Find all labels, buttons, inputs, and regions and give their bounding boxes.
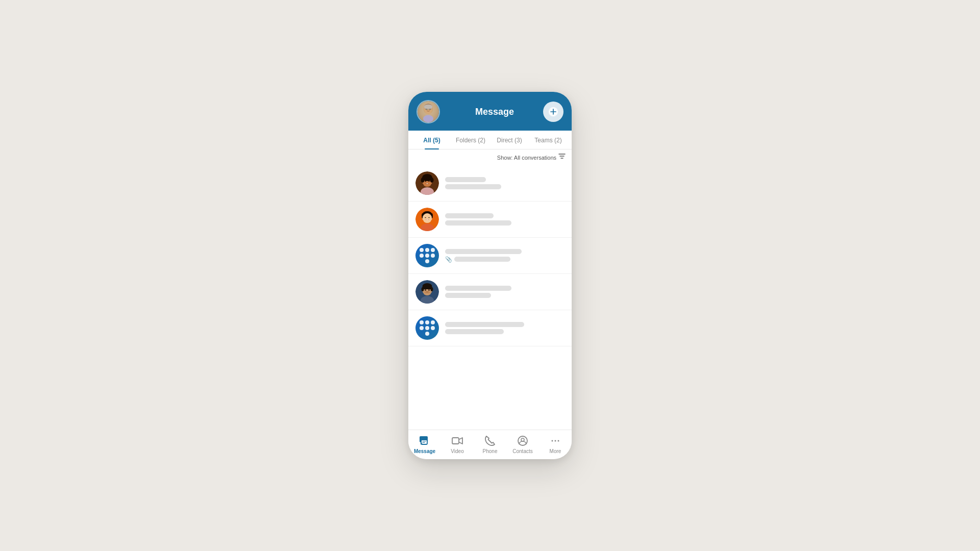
tab-teams[interactable]: Teams (2) <box>529 131 568 149</box>
conversation-content <box>445 213 565 226</box>
app-dots-grid <box>420 320 435 336</box>
avatar <box>415 171 439 195</box>
tab-direct[interactable]: Direct (3) <box>490 131 529 149</box>
contact-name <box>445 322 524 327</box>
message-preview <box>454 257 510 262</box>
message-preview <box>445 293 491 298</box>
message-icon <box>418 434 431 447</box>
nav-phone-label: Phone <box>483 448 498 454</box>
conversation-content <box>445 322 565 334</box>
avatar <box>415 280 439 304</box>
contact-name <box>445 177 486 182</box>
nav-phone[interactable]: Phone <box>474 434 506 454</box>
svg-rect-49 <box>421 440 427 444</box>
svg-point-11 <box>423 115 433 122</box>
nav-video[interactable]: Video <box>441 434 474 454</box>
svg-rect-52 <box>452 438 459 444</box>
svg-point-43 <box>431 287 433 291</box>
conversation-item[interactable] <box>408 274 572 310</box>
contact-name <box>445 213 494 218</box>
nav-message[interactable]: Message <box>408 434 441 454</box>
more-icon <box>549 434 562 447</box>
contact-name <box>445 249 522 254</box>
conversation-content: 📎 <box>445 249 565 263</box>
filter-icon[interactable] <box>558 154 566 161</box>
filter-row: Show: All conversations <box>408 149 572 165</box>
nav-contacts-label: Contacts <box>512 448 532 454</box>
header-title: Message <box>446 107 543 117</box>
svg-point-56 <box>555 440 556 442</box>
conversation-item[interactable] <box>408 165 572 202</box>
tab-all[interactable]: All (5) <box>412 131 451 149</box>
nav-message-label: Message <box>414 448 435 454</box>
tab-folders[interactable]: Folders (2) <box>451 131 490 149</box>
contacts-icon <box>516 434 529 447</box>
svg-point-32 <box>424 219 431 223</box>
svg-point-57 <box>558 440 559 442</box>
conversation-content <box>445 177 565 189</box>
svg-point-3 <box>425 110 432 114</box>
avatar <box>415 244 439 267</box>
svg-point-23 <box>421 178 425 183</box>
header: Message <box>408 92 572 131</box>
avatar <box>415 316 439 340</box>
add-conversation-button[interactable] <box>543 102 564 122</box>
bottom-navigation: Message Video Phone <box>408 430 572 459</box>
message-preview <box>445 329 504 334</box>
tabs-bar: All (5) Folders (2) Direct (3) Teams (2) <box>408 131 572 149</box>
plus-icon <box>548 107 558 117</box>
svg-point-10 <box>424 106 432 109</box>
message-preview <box>445 220 511 226</box>
svg-point-55 <box>552 440 553 442</box>
app-dots-grid <box>420 248 435 263</box>
phone-icon <box>483 434 497 447</box>
svg-point-45 <box>428 289 430 291</box>
avatar <box>415 208 439 231</box>
conversation-item[interactable]: 📎 <box>408 238 572 274</box>
svg-point-44 <box>425 289 426 291</box>
svg-point-54 <box>521 438 524 441</box>
conversation-item[interactable] <box>408 202 572 238</box>
filter-label: Show: All conversations <box>497 155 556 161</box>
video-icon <box>451 434 464 447</box>
user-avatar[interactable] <box>416 100 440 123</box>
svg-point-42 <box>422 287 424 291</box>
nav-contacts[interactable]: Contacts <box>506 434 539 454</box>
conversation-content <box>445 286 565 298</box>
svg-point-33 <box>425 217 426 218</box>
svg-point-19 <box>424 183 431 187</box>
svg-point-24 <box>430 178 434 183</box>
conversations-list: 📎 <box>408 165 572 430</box>
nav-more[interactable]: More <box>539 434 572 454</box>
message-preview <box>445 184 501 189</box>
nav-more-label: More <box>550 448 561 454</box>
phone-container: Message All (5) Folders (2) Direct (3) T… <box>408 92 572 459</box>
conversation-item[interactable] <box>408 310 572 346</box>
svg-point-34 <box>428 217 429 218</box>
attachment-icon: 📎 <box>445 256 452 263</box>
nav-video-label: Video <box>451 448 463 454</box>
contact-name <box>445 286 511 291</box>
